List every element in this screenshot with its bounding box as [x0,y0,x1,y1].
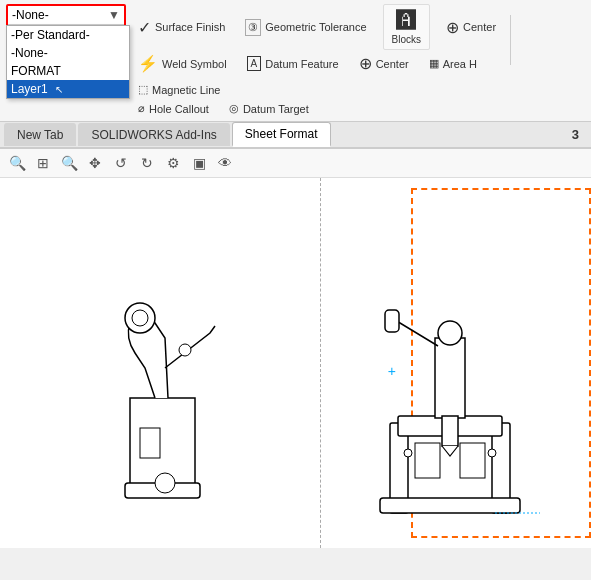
hole-callout-button[interactable]: ⌀ Hole Callout [134,100,213,117]
layer-dropdown[interactable]: -None- ▼ -Per Standard- -None- FORMAT La… [6,4,126,27]
svg-rect-12 [435,338,465,418]
drawing-svg [0,178,591,548]
dropdown-item-per-standard[interactable]: -Per Standard- [7,26,129,44]
ribbon: -None- ▼ -Per Standard- -None- FORMAT La… [0,0,591,122]
svg-point-18 [404,449,412,457]
annotation-tools-section: ✓ Surface Finish ③ Geometric Tolerance 🅰… [134,4,500,75]
center-label2: Center [376,58,409,70]
hole-callout-label: Hole Callout [149,103,209,115]
svg-rect-1 [140,428,160,458]
layer-dropdown-header[interactable]: -None- ▼ [8,6,124,25]
layer-dropdown-list: -Per Standard- -None- FORMAT Layer1 ↖ [6,25,130,99]
view-cube-icon[interactable]: ▣ [188,152,210,174]
ribbon-divider [510,15,511,65]
surface-finish-label: Surface Finish [155,21,225,33]
magnetic-row: ⬚ Magnetic Line [134,81,313,98]
weld-symbol-label: Weld Symbol [162,58,227,70]
dropdown-item-format[interactable]: FORMAT [7,62,129,80]
ribbon-row-bottom: ⚡ Weld Symbol A Datum Feature ⊕ Center ▦… [134,52,500,75]
geometric-tolerance-label: Geometric Tolerance [265,21,366,33]
center-mark-icon: ⊕ [446,18,459,37]
weld-symbol-button[interactable]: ⚡ Weld Symbol [134,52,231,75]
blocks-label: Blocks [392,34,421,45]
undo-icon[interactable]: ↺ [110,152,132,174]
dropdown-item-none[interactable]: -None- [7,44,129,62]
svg-rect-16 [415,443,440,478]
area-h-label: Area H [443,58,477,70]
datum-target-button[interactable]: ◎ Datum Target [225,100,313,117]
svg-rect-14 [385,310,399,332]
magnetic-line-label: Magnetic Line [152,84,221,96]
visibility-icon[interactable]: 👁 [214,152,236,174]
canvas-content: + [0,178,591,548]
surface-finish-icon: ✓ [138,18,151,37]
datum-feature-icon: A [247,56,262,71]
ribbon-tools-area: ✓ Surface Finish ③ Geometric Tolerance 🅰… [134,4,585,117]
magnetic-line-button[interactable]: ⬚ Magnetic Line [134,81,225,98]
area-hatch-icon: ▦ [429,57,439,70]
svg-rect-10 [380,498,520,513]
extra-tools-section: ⬚ Magnetic Line ⌀ Hole Callout ◎ Datum T… [134,81,313,117]
hole-row: ⌀ Hole Callout ◎ Datum Target [134,100,313,117]
surface-finish-button[interactable]: ✓ Surface Finish [134,16,229,39]
redo-icon[interactable]: ↻ [136,152,158,174]
drawing-toolbar: 🔍 ⊞ 🔍 ✥ ↺ ↻ ⚙ ▣ 👁 [0,149,591,178]
tab-sheet-format[interactable]: Sheet Format [232,122,331,147]
blocks-icon: 🅰 [396,9,416,32]
settings-icon[interactable]: ⚙ [162,152,184,174]
tab-number: 3 [564,123,587,146]
datum-target-icon: ◎ [229,102,239,115]
center-line-button[interactable]: ⊕ Center [355,52,413,75]
pan-icon[interactable]: ✥ [84,152,106,174]
dropdown-item-layer1[interactable]: Layer1 ↖ [7,80,129,98]
zoom-icon[interactable]: 🔍 [6,152,28,174]
layer-dropdown-value: -None- [12,8,49,22]
datum-feature-button[interactable]: A Datum Feature [243,54,343,73]
svg-rect-15 [442,416,458,446]
datum-target-label: Datum Target [243,103,309,115]
dropdown-arrow-icon: ▼ [108,8,120,22]
geometric-tolerance-icon: ③ [245,19,261,36]
ribbon-row-top: ✓ Surface Finish ③ Geometric Tolerance 🅰… [134,4,500,50]
area-hatch-button[interactable]: ▦ Area H [425,55,481,72]
blocks-button[interactable]: 🅰 Blocks [383,4,430,50]
center-mark-button[interactable]: ⊕ Center [442,16,500,39]
svg-point-13 [438,321,462,345]
svg-point-6 [155,473,175,493]
weld-symbol-icon: ⚡ [138,54,158,73]
center-line-icon: ⊕ [359,54,372,73]
tab-solidworks-addins[interactable]: SOLIDWORKS Add-Ins [78,123,229,146]
zoom-in-icon[interactable]: 🔍 [58,152,80,174]
svg-point-4 [132,310,148,326]
svg-point-19 [488,449,496,457]
tab-new-tab[interactable]: New Tab [4,123,76,146]
center-label1: Center [463,21,496,33]
magnetic-line-icon: ⬚ [138,83,148,96]
geometric-tolerance-button[interactable]: ③ Geometric Tolerance [241,17,370,38]
cursor-icon: ↖ [55,84,63,95]
svg-point-5 [179,344,191,356]
datum-feature-label: Datum Feature [265,58,338,70]
svg-rect-17 [460,443,485,478]
tab-bar: New Tab SOLIDWORKS Add-Ins Sheet Format … [0,122,591,149]
hole-callout-icon: ⌀ [138,102,145,115]
drawing-canvas: + [0,178,591,548]
fit-view-icon[interactable]: ⊞ [32,152,54,174]
